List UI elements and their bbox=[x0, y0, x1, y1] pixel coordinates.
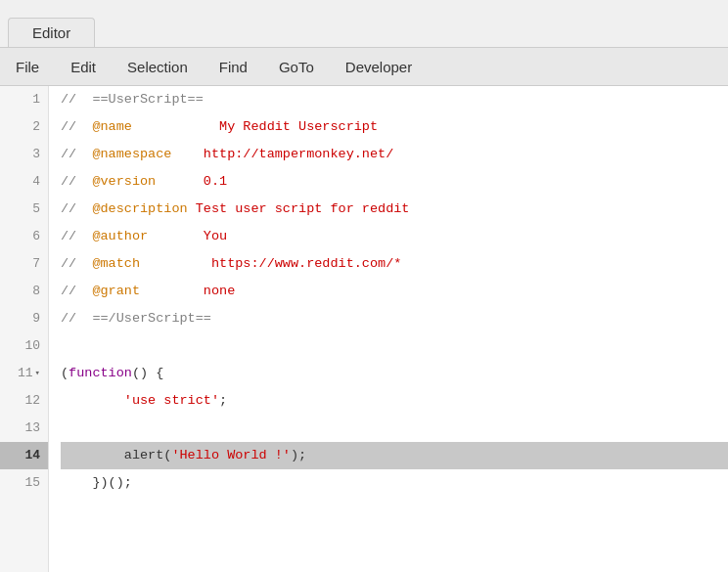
code-line-3: // @namespace http://tampermonkey.net/ bbox=[61, 141, 728, 168]
code-area[interactable]: // ==UserScript== // @name My Reddit Use… bbox=[49, 86, 728, 572]
line-num-15: 15 bbox=[0, 469, 48, 497]
main-window: Editor File Edit Selection Find GoTo Dev… bbox=[0, 0, 728, 572]
closing-brace: })(); bbox=[61, 469, 132, 497]
menu-find[interactable]: Find bbox=[204, 55, 263, 79]
menu-selection[interactable]: Selection bbox=[112, 55, 204, 79]
code-line-12: 'use strict'; bbox=[61, 387, 728, 415]
line-numbers: 1 2 3 4 5 6 7 8 9 10 11▾ 12 13 14 15 bbox=[0, 86, 49, 572]
line-num-11: 11▾ bbox=[0, 360, 48, 387]
code-line-15: })(); bbox=[61, 469, 728, 497]
comment-span-2a: // bbox=[61, 113, 92, 141]
line-num-1: 1 bbox=[0, 86, 48, 113]
code-line-2: // @name My Reddit Userscript bbox=[61, 113, 728, 141]
meta-key-ns: @namespace bbox=[92, 141, 171, 168]
indent-14 bbox=[61, 442, 124, 469]
meta-key-grant: @grant bbox=[92, 278, 140, 305]
code-line-6: // @author You bbox=[61, 223, 728, 250]
meta-val-grant: none bbox=[204, 278, 235, 305]
comment-space-8 bbox=[140, 278, 204, 305]
fold-arrow[interactable]: ▾ bbox=[35, 360, 40, 387]
meta-key-author: @author bbox=[92, 223, 148, 250]
code-line-14: alert('Hello World !'); bbox=[61, 442, 728, 469]
line-num-13: 13 bbox=[0, 415, 48, 442]
code-line-7: // @match https://www.reddit.com/* bbox=[61, 250, 728, 278]
comment-span-1: // ==UserScript== bbox=[61, 86, 204, 113]
code-line-8: // @grant none bbox=[61, 278, 728, 305]
func-alert-close: ); bbox=[291, 442, 306, 469]
tab-bar: Editor bbox=[0, 0, 728, 47]
code-line-13 bbox=[61, 415, 728, 442]
line-num-7: 7 bbox=[0, 250, 48, 278]
comment-space-6 bbox=[148, 223, 204, 250]
meta-val-desc: Test user script for reddit bbox=[196, 196, 410, 223]
meta-val-ver: 0.1 bbox=[204, 168, 227, 196]
comment-span-4a: // bbox=[61, 168, 92, 196]
line-num-5: 5 bbox=[0, 196, 48, 223]
comment-space-4 bbox=[156, 168, 204, 196]
code-line-11: (function() { bbox=[61, 360, 728, 387]
comment-space-3 bbox=[171, 141, 203, 168]
meta-val-match: https://www.reddit.com/* bbox=[211, 250, 401, 278]
comment-space-2 bbox=[132, 113, 219, 141]
code-line-1: // ==UserScript== bbox=[61, 86, 728, 113]
menu-file[interactable]: File bbox=[0, 55, 55, 79]
code-line-4: // @version 0.1 bbox=[61, 168, 728, 196]
func-alert: alert( bbox=[124, 442, 172, 469]
meta-key-desc: @description bbox=[92, 196, 187, 223]
meta-val-author: You bbox=[204, 223, 227, 250]
line-num-12: 12 bbox=[0, 387, 48, 415]
line-num-9: 9 bbox=[0, 305, 48, 332]
menu-developer[interactable]: Developer bbox=[330, 55, 428, 79]
line-num-2: 2 bbox=[0, 113, 48, 141]
line-num-4: 4 bbox=[0, 168, 48, 196]
comment-space-5 bbox=[188, 196, 196, 223]
line-num-10: 10 bbox=[0, 332, 48, 360]
editor-area: 1 2 3 4 5 6 7 8 9 10 11▾ 12 13 14 15 // … bbox=[0, 86, 728, 572]
semicolon-12: ; bbox=[219, 387, 227, 415]
paren-open: ( bbox=[61, 360, 68, 387]
comment-span-5a: // bbox=[61, 196, 92, 223]
editor-tab-label: Editor bbox=[32, 24, 70, 41]
comment-space-7 bbox=[140, 250, 211, 278]
code-line-9: // ==/UserScript== bbox=[61, 305, 728, 332]
menu-bar: File Edit Selection Find GoTo Developer bbox=[0, 47, 728, 86]
editor-tab[interactable]: Editor bbox=[8, 18, 95, 47]
meta-key-name: @name bbox=[92, 113, 132, 141]
meta-val-name: My Reddit Userscript bbox=[219, 113, 378, 141]
meta-key-ver: @version bbox=[92, 168, 156, 196]
code-line-10 bbox=[61, 332, 728, 360]
line-num-8: 8 bbox=[0, 278, 48, 305]
string-use-strict: 'use strict' bbox=[124, 387, 219, 415]
line-num-14: 14 bbox=[0, 442, 48, 469]
paren-args: () { bbox=[132, 360, 163, 387]
string-hello: 'Hello World !' bbox=[171, 442, 291, 469]
comment-span-9: // ==/UserScript== bbox=[61, 305, 211, 332]
indent-12 bbox=[61, 387, 124, 415]
line-num-3: 3 bbox=[0, 141, 48, 168]
meta-key-match: @match bbox=[92, 250, 140, 278]
meta-val-ns: http://tampermonkey.net/ bbox=[204, 141, 393, 168]
keyword-function: function bbox=[68, 360, 132, 387]
menu-edit[interactable]: Edit bbox=[55, 55, 112, 79]
comment-span-3a: // bbox=[61, 141, 92, 168]
line-num-6: 6 bbox=[0, 223, 48, 250]
comment-span-7a: // bbox=[61, 250, 92, 278]
code-line-5: // @description Test user script for red… bbox=[61, 196, 728, 223]
comment-span-8a: // bbox=[61, 278, 92, 305]
menu-goto[interactable]: GoTo bbox=[263, 55, 330, 79]
comment-span-6a: // bbox=[61, 223, 92, 250]
